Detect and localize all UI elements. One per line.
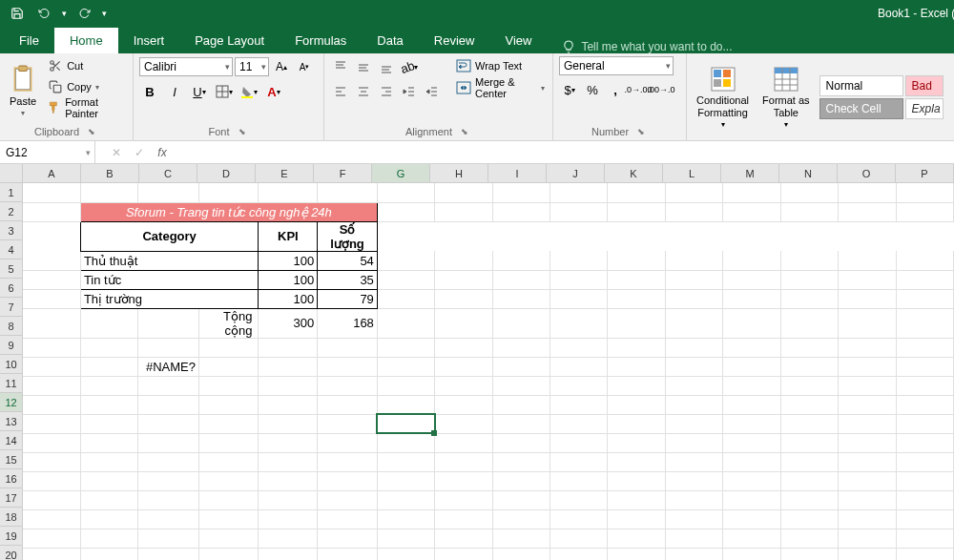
active-cell[interactable]	[377, 414, 434, 433]
style-normal[interactable]: Normal	[819, 75, 903, 96]
increase-font-button[interactable]: A▴	[271, 56, 292, 77]
undo-icon[interactable]	[32, 2, 55, 25]
borders-button[interactable]: ▾	[214, 81, 235, 102]
format-painter-button[interactable]: Format Painter	[46, 98, 127, 117]
row-header[interactable]: 14	[0, 431, 22, 450]
cell-total-label[interactable]: Tộng cộng	[198, 308, 259, 338]
cell-title[interactable]: Sforum - Trang tin tức công nghệ 24h	[80, 202, 377, 221]
align-center-button[interactable]	[353, 81, 374, 102]
currency-button[interactable]: $▾	[559, 79, 580, 100]
row-header[interactable]: 19	[0, 527, 22, 546]
row-header[interactable]: 15	[0, 450, 22, 469]
wrap-text-button[interactable]: Wrap Text	[454, 56, 547, 75]
number-format-combo[interactable]: General	[559, 56, 674, 75]
col-header[interactable]: A	[23, 164, 81, 182]
row-header[interactable]: 10	[0, 355, 22, 374]
cell-total-qty[interactable]: 168	[318, 308, 378, 338]
decrease-indent-button[interactable]	[399, 81, 420, 102]
col-header[interactable]: O	[838, 164, 896, 182]
orientation-button[interactable]: ab▾	[399, 56, 420, 77]
name-box[interactable]: G12 ▾	[0, 141, 95, 163]
row-header[interactable]: 20	[0, 546, 22, 560]
row-header[interactable]: 6	[0, 279, 22, 298]
col-header[interactable]: F	[314, 164, 372, 182]
row-header[interactable]: 18	[0, 508, 22, 527]
cell[interactable]: Thị trường	[80, 289, 259, 308]
cancel-formula-button[interactable]: ✕	[105, 141, 128, 163]
merge-center-button[interactable]: Merge & Center ▾	[454, 78, 547, 97]
cell-hdr-qty[interactable]: Số lượng	[318, 221, 378, 251]
qat-customize[interactable]: ▾	[99, 2, 109, 25]
align-middle-button[interactable]	[353, 56, 374, 77]
cell[interactable]: Thủ thuật	[80, 251, 259, 270]
increase-decimal-button[interactable]: .0→.00	[628, 79, 649, 100]
row-header[interactable]: 3	[0, 221, 22, 240]
row-header[interactable]: 4	[0, 240, 22, 259]
align-right-button[interactable]	[376, 81, 397, 102]
tab-home[interactable]: Home	[54, 28, 118, 53]
cell[interactable]: 100	[259, 270, 318, 289]
col-header[interactable]: K	[605, 164, 663, 182]
col-header[interactable]: C	[139, 164, 197, 182]
percent-button[interactable]: %	[582, 79, 603, 100]
enter-formula-button[interactable]: ✓	[128, 141, 151, 163]
col-header[interactable]: H	[430, 164, 488, 182]
style-bad[interactable]: Bad	[905, 75, 944, 96]
conditional-formatting-button[interactable]: Conditional Formatting▾	[693, 64, 753, 130]
row-header[interactable]: 9	[0, 336, 22, 355]
cell-hdr-kpi[interactable]: KPI	[259, 221, 318, 251]
style-check-cell[interactable]: Check Cell	[819, 98, 903, 119]
tab-review[interactable]: Review	[419, 28, 490, 53]
cut-button[interactable]: Cut	[46, 56, 127, 75]
col-header[interactable]: J	[547, 164, 605, 182]
cell[interactable]: 100	[259, 251, 318, 270]
cell-hdr-category[interactable]: Category	[80, 221, 259, 251]
row-header[interactable]: 12	[0, 393, 22, 412]
tab-insert[interactable]: Insert	[118, 28, 180, 53]
cell[interactable]: 54	[318, 251, 378, 270]
align-left-button[interactable]	[330, 81, 351, 102]
row-header[interactable]: 8	[0, 317, 22, 336]
row-header[interactable]: 11	[0, 374, 22, 393]
fx-button[interactable]: fx	[151, 141, 174, 163]
col-header[interactable]: P	[896, 164, 954, 182]
increase-indent-button[interactable]	[422, 81, 443, 102]
cell[interactable]: 79	[318, 289, 378, 308]
cell[interactable]: 100	[259, 289, 318, 308]
redo-icon[interactable]	[73, 2, 95, 25]
col-header[interactable]: E	[256, 164, 314, 182]
font-launcher[interactable]: ⬊	[236, 125, 249, 138]
copy-button[interactable]: Copy ▾	[46, 77, 127, 96]
format-as-table-button[interactable]: Format as Table▾	[758, 64, 814, 130]
bold-button[interactable]: B	[139, 81, 160, 102]
font-color-button[interactable]: A▾	[263, 81, 284, 102]
font-name-combo[interactable]: Calibri	[139, 57, 233, 76]
row-header[interactable]: 5	[0, 259, 22, 279]
col-header[interactable]: B	[81, 164, 139, 182]
underline-button[interactable]: U ▾	[189, 81, 210, 102]
col-header[interactable]: L	[663, 164, 721, 182]
row-header[interactable]: 1	[0, 183, 22, 202]
paste-button[interactable]: Paste ▾	[6, 56, 40, 125]
decrease-decimal-button[interactable]: .00→.0	[651, 79, 672, 100]
row-header[interactable]: 13	[0, 412, 22, 431]
row-header[interactable]: 16	[0, 469, 22, 488]
tab-file[interactable]: File	[4, 28, 54, 53]
tab-data[interactable]: Data	[362, 28, 418, 53]
col-header[interactable]: N	[779, 164, 838, 182]
comma-button[interactable]: ,	[605, 79, 626, 100]
tell-me[interactable]: Tell me what you want to do...	[562, 40, 732, 53]
col-header[interactable]: I	[488, 164, 547, 182]
tab-formulas[interactable]: Formulas	[280, 28, 362, 53]
font-size-combo[interactable]: 11	[235, 57, 269, 76]
align-bottom-button[interactable]	[376, 56, 397, 77]
clipboard-launcher[interactable]: ⬊	[85, 125, 98, 138]
save-icon[interactable]	[6, 2, 29, 25]
align-top-button[interactable]	[330, 56, 351, 77]
row-header[interactable]: 2	[0, 202, 22, 221]
fill-color-button[interactable]: ▾	[238, 81, 259, 102]
style-explanatory[interactable]: Expla	[905, 98, 944, 119]
cell-total-kpi[interactable]: 300	[259, 308, 318, 338]
row-header[interactable]: 7	[0, 298, 22, 317]
cells[interactable]: Sforum - Trang tin tức công nghệ 24h Cat…	[23, 183, 954, 560]
